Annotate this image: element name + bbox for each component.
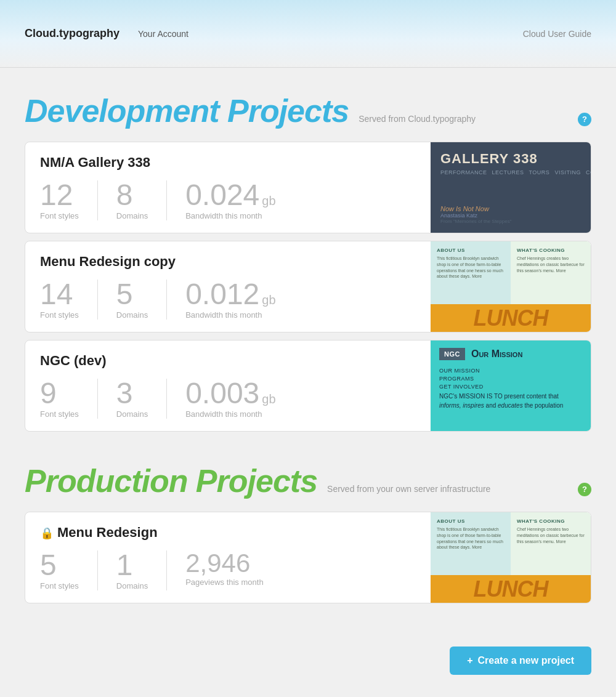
prod-menu-thumb-right: WHAT'S COOKING Chef Hennings creates two… (511, 512, 591, 575)
menu-thumb-inner: ABOUT US This fictitious Brooklyn sandwi… (431, 241, 591, 332)
dev-project-menu-name: Menu Redesign copy (40, 254, 416, 270)
menu-font-styles-label: Font styles (40, 310, 79, 320)
prod-menu-thumb-inner: ABOUT US This fictitious Brooklyn sandwi… (431, 512, 591, 603)
menu-bandwidth-value-unit: 0.012 gb (185, 280, 275, 309)
gallery-now-playing: Now Is Not Now (440, 205, 581, 212)
menu-cooking-title: WHAT'S COOKING (517, 248, 585, 253)
dev-section-title: Development Projects (25, 92, 349, 129)
menu-font-styles-number: 14 (40, 280, 79, 309)
gallery-font-styles-stat: 12 Font styles (40, 180, 98, 220)
gallery-bandwidth-value-unit: 0.024 gb (185, 180, 275, 210)
menu-domains-stat: 5 Domains (116, 280, 167, 320)
dev-project-menu[interactable]: Menu Redesign copy 14 Font styles 5 Doma… (25, 241, 591, 332)
ngc-bandwidth-number: 0.003 (185, 379, 259, 408)
prod-project-menu-content: 🔒Menu Redesign 5 Font styles 1 Domains 2… (25, 512, 431, 603)
prod-menu-pageviews-stat: 2,946 Pageviews this month (185, 550, 282, 587)
prod-project-menu[interactable]: 🔒Menu Redesign 5 Font styles 1 Domains 2… (25, 512, 591, 603)
ngc-bandwidth-unit: gb (262, 392, 275, 406)
gallery-nav-contact: CONTACT (586, 169, 591, 175)
main-content: Development Projects Served from Cloud.t… (0, 68, 616, 697)
dev-project-gallery-content: NM/A Gallery 338 12 Font styles 8 Domain… (25, 142, 431, 233)
prod-help-icon[interactable]: ? (578, 483, 591, 496)
prod-project-menu-name: 🔒Menu Redesign (40, 525, 416, 541)
gallery-artist: Anastasia Katz (440, 212, 581, 219)
menu-about-title: ABOUT US (437, 248, 505, 253)
gallery-thumb-title: GALLERY 338 (440, 151, 581, 167)
dev-help-icon[interactable]: ? (578, 113, 591, 126)
ngc-bandwidth-stat: 0.003 gb Bandwidth this month (185, 379, 294, 419)
menu-bandwidth-unit: gb (262, 293, 275, 307)
prod-section-header: Production Projects Served from your own… (25, 462, 591, 499)
create-btn-label: Create a new project (478, 655, 575, 666)
gallery-nav-lectures: LECTURES (492, 169, 524, 175)
prod-menu-about-text: This fictitious Brooklyn sandwich shop i… (437, 526, 505, 550)
prod-menu-thumb-bottom: LUNCH (431, 575, 591, 603)
ngc-font-styles-stat: 9 Font styles (40, 379, 98, 419)
create-new-project-button[interactable]: + Create a new project (450, 647, 591, 675)
gallery-font-styles-label: Font styles (40, 211, 79, 220)
prod-menu-domains-label: Domains (116, 581, 148, 590)
dev-project-menu-content: Menu Redesign copy 14 Font styles 5 Doma… (25, 241, 431, 332)
dev-project-ngc-content: NGC (dev) 9 Font styles 3 Domains 0.003 … (25, 340, 431, 431)
ngc-bandwidth-label: Bandwidth this month (185, 409, 275, 419)
gallery-bandwidth-label: Bandwidth this month (185, 211, 275, 220)
cloud-user-guide-link[interactable]: Cloud User Guide (523, 29, 591, 39)
dev-project-gallery[interactable]: NM/A Gallery 338 12 Font styles 8 Domain… (25, 142, 591, 233)
prod-menu-cooking-text: Chef Hennings creates two meditations on… (517, 526, 585, 544)
gallery-thumb-inner: GALLERY 338 PERFORMANCE LECTURES TOURS V… (431, 142, 591, 233)
menu-bandwidth-number: 0.012 (185, 280, 259, 309)
prod-section-title: Production Projects (25, 462, 317, 499)
prod-menu-about-title: ABOUT US (437, 518, 505, 524)
ngc-thumbnail: NGC Our Mission OUR MISSION PROGRAMS GET… (431, 340, 591, 431)
dev-project-menu-stats: 14 Font styles 5 Domains 0.012 gb Bandwi… (40, 280, 416, 320)
gallery-thumb-bottom: Now Is Not Now Anastasia Katz From "Memo… (440, 200, 581, 224)
ngc-domains-number: 3 (116, 379, 148, 408)
ngc-font-styles-number: 9 (40, 379, 79, 408)
header-right: Cloud User Guide (523, 28, 591, 39)
menu-thumb-left: ABOUT US This fictitious Brooklyn sandwi… (431, 241, 511, 304)
menu-thumb-right: WHAT'S COOKING Chef Hennings creates two… (511, 241, 591, 304)
prod-projects-list: 🔒Menu Redesign 5 Font styles 1 Domains 2… (25, 512, 591, 603)
prod-menu-domains-number: 1 (116, 550, 148, 580)
menu-domains-number: 5 (116, 280, 148, 309)
create-btn-wrapper: + Create a new project (25, 634, 591, 681)
ngc-nav-mission: OUR MISSION (439, 368, 582, 374)
gallery-nav-tours: TOURS (529, 169, 550, 175)
prod-section-subtitle: Served from your own server infrastructu… (327, 484, 490, 494)
ngc-nav-programs: PROGRAMS (439, 376, 582, 382)
menu-thumb-top: ABOUT US This fictitious Brooklyn sandwi… (431, 241, 591, 304)
prod-menu-font-styles-label: Font styles (40, 581, 79, 590)
prod-menu-pageviews-number: 2,946 (185, 550, 263, 576)
logo[interactable]: Cloud.typography (25, 27, 120, 40)
ngc-font-styles-label: Font styles (40, 409, 79, 419)
ngc-body-text: NGC's MISSION IS TO present content that… (431, 392, 591, 416)
gallery-domains-stat: 8 Domains (116, 180, 167, 220)
gallery-from-text: From "Memories of the Steppes" (440, 219, 581, 224)
gallery-nav-performance: PERFORMANCE (440, 169, 487, 175)
menu-cooking-text: Chef Hennings creates two meditations on… (517, 256, 585, 273)
menu-bandwidth-stat: 0.012 gb Bandwidth this month (185, 280, 294, 320)
create-btn-icon: + (467, 655, 472, 666)
gallery-thumb-nav: PERFORMANCE LECTURES TOURS VISITING CONT… (440, 169, 581, 175)
ngc-nav-involved: GET INVOLVED (439, 384, 582, 390)
dev-project-ngc[interactable]: NGC (dev) 9 Font styles 3 Domains 0.003 … (25, 340, 591, 432)
ngc-thumb-nav: OUR MISSION PROGRAMS GET INVOLVED (431, 368, 591, 392)
menu-domains-label: Domains (116, 310, 148, 320)
prod-menu-thumb-top: ABOUT US This fictitious Brooklyn sandwi… (431, 512, 591, 575)
dev-project-gallery-name: NM/A Gallery 338 (40, 155, 416, 171)
prod-menu-thumbnail: ABOUT US This fictitious Brooklyn sandwi… (431, 512, 591, 603)
prod-menu-font-styles-stat: 5 Font styles (40, 550, 98, 590)
gallery-domains-label: Domains (116, 211, 148, 220)
dev-section-subtitle: Served from Cloud.typography (359, 114, 476, 124)
prod-menu-domains-stat: 1 Domains (116, 550, 167, 590)
prod-menu-lunch-text: LUNCH (474, 576, 548, 602)
gallery-nav-visiting: VISITING (554, 169, 581, 175)
nav-your-account[interactable]: Your Account (138, 29, 188, 39)
lock-icon: 🔒 (40, 526, 54, 540)
dev-section-header: Development Projects Served from Cloud.t… (25, 92, 591, 129)
menu-font-styles-stat: 14 Font styles (40, 280, 98, 320)
header: Cloud.typography Your Account Cloud User… (0, 0, 616, 68)
prod-menu-font-styles-number: 5 (40, 550, 79, 580)
gallery-font-styles-number: 12 (40, 180, 79, 210)
gallery-bandwidth-number: 0.024 (185, 180, 259, 210)
